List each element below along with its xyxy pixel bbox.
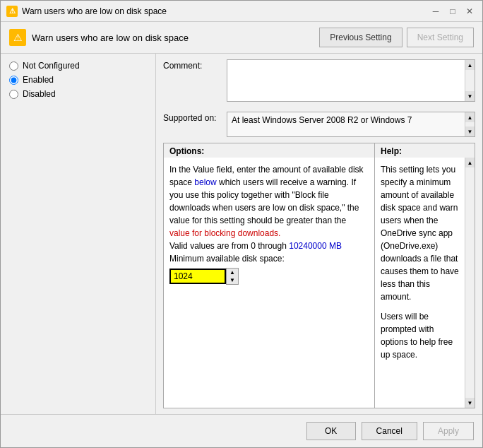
maximize-icon: □: [450, 6, 455, 16]
main-window: ⚠ Warn users who are low on disk space ─…: [0, 0, 483, 448]
comment-label: Comment:: [163, 59, 227, 71]
supported-scroll-up[interactable]: ▲: [465, 112, 475, 122]
supported-scrollbar: ▲ ▼: [465, 112, 475, 136]
not-configured-label: Not Configured: [23, 61, 80, 71]
header-buttons: Previous Setting Next Setting: [319, 28, 474, 47]
valid-values-text: Valid values are from 0 through 10240000…: [169, 240, 369, 252]
title-bar-left: ⚠ Warn users who are low on disk space: [6, 6, 167, 17]
help-scroll-down[interactable]: ▼: [465, 398, 475, 408]
bottom-panels: Options: In the Value field, enter the a…: [163, 143, 475, 408]
close-button[interactable]: ✕: [463, 4, 477, 18]
title-controls: ─ □ ✕: [429, 4, 477, 18]
right-panel: Comment: ▲ ▼ Supported on: At least Wind…: [156, 54, 482, 414]
window-title: Warn users who are low on disk space: [22, 6, 167, 16]
spinner-up-button[interactable]: ▲: [227, 269, 238, 276]
help-scrollable: This setting lets you specify a minimum …: [375, 158, 475, 408]
help-text-1: This setting lets you specify a minimum …: [381, 163, 459, 303]
spinner-buttons: ▲ ▼: [226, 268, 239, 285]
help-scrollbar: ▲ ▼: [465, 158, 475, 408]
options-panel: Options: In the Value field, enter the a…: [163, 143, 375, 408]
title-bar: ⚠ Warn users who are low on disk space ─…: [1, 1, 482, 22]
comment-area-wrapper: ▲ ▼: [227, 59, 475, 102]
comment-scroll-up[interactable]: ▲: [465, 60, 475, 70]
apply-button[interactable]: Apply: [423, 422, 474, 440]
help-scroll-up[interactable]: ▲: [465, 158, 475, 167]
enabled-radio[interactable]: [9, 76, 18, 85]
comment-textarea[interactable]: [227, 60, 465, 101]
main-content: Not Configured Enabled Disabled Comment:: [1, 54, 482, 414]
comment-scrollbar: ▲ ▼: [465, 60, 475, 101]
supported-value: At least Windows Server 2008 R2 or Windo…: [227, 112, 465, 136]
enabled-label: Enabled: [23, 75, 54, 85]
disabled-radio[interactable]: [9, 90, 18, 99]
help-panel: Help: This setting lets you specify a mi…: [375, 143, 475, 408]
next-setting-button[interactable]: Next Setting: [407, 28, 474, 47]
min-disk-label: Minimum available disk space:: [169, 252, 369, 265]
minimize-icon: ─: [433, 6, 439, 16]
supported-label: Supported on:: [163, 112, 227, 123]
left-panel: Not Configured Enabled Disabled: [1, 54, 156, 414]
not-configured-radio[interactable]: [9, 61, 18, 71]
window-icon: ⚠: [6, 6, 18, 17]
footer: OK Cancel Apply: [1, 414, 482, 447]
previous-setting-button[interactable]: Previous Setting: [319, 28, 402, 47]
help-header: Help:: [375, 143, 475, 158]
comment-section: Comment: ▲ ▼: [163, 59, 475, 102]
enabled-option[interactable]: Enabled: [9, 75, 147, 85]
header-row: ⚠ Warn users who are low on disk space P…: [1, 22, 482, 54]
comment-scroll-down[interactable]: ▼: [465, 91, 475, 101]
cancel-button[interactable]: Cancel: [362, 422, 417, 440]
disabled-label: Disabled: [23, 89, 56, 99]
disk-space-input[interactable]: [169, 269, 226, 284]
not-configured-option[interactable]: Not Configured: [9, 61, 147, 71]
disabled-option[interactable]: Disabled: [9, 89, 147, 99]
supported-wrapper: At least Windows Server 2008 R2 or Windo…: [227, 112, 475, 137]
options-description: In the Value field, enter the amount of …: [169, 163, 369, 240]
close-icon: ✕: [466, 6, 473, 16]
minimize-button[interactable]: ─: [429, 4, 443, 18]
supported-section: Supported on: At least Windows Server 20…: [163, 112, 475, 137]
header-title: Warn users who are low on disk space: [32, 33, 189, 43]
options-header: Options:: [164, 143, 374, 158]
spinner-wrapper: ▲ ▼: [169, 268, 369, 285]
header-left: ⚠ Warn users who are low on disk space: [9, 29, 189, 46]
options-content: In the Value field, enter the amount of …: [164, 158, 374, 408]
ok-button[interactable]: OK: [306, 422, 356, 440]
help-text-2: Users will be prompted with options to h…: [381, 310, 459, 361]
radio-group: Not Configured Enabled Disabled: [9, 61, 147, 99]
help-content: This setting lets you specify a minimum …: [375, 158, 465, 408]
supported-scroll-down[interactable]: ▼: [465, 126, 475, 136]
maximize-button[interactable]: □: [446, 4, 460, 18]
header-icon: ⚠: [9, 29, 26, 46]
spinner-down-button[interactable]: ▼: [227, 276, 238, 284]
